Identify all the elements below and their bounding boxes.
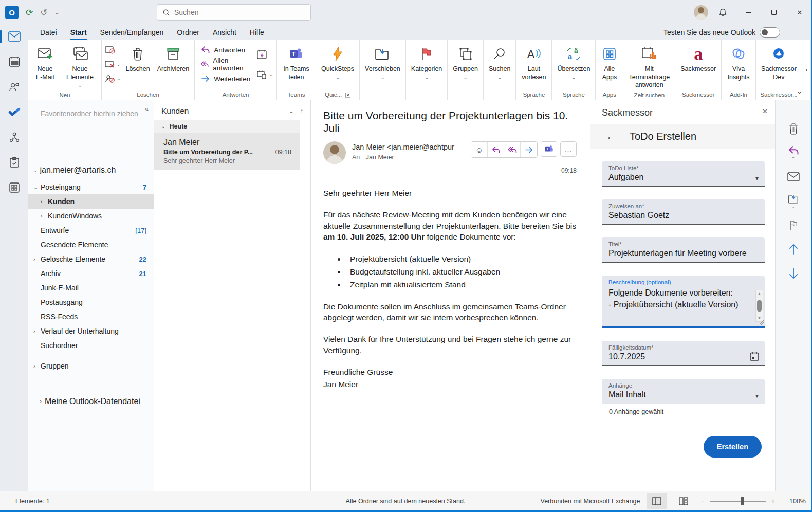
search-box[interactable]	[157, 4, 311, 21]
nav-mail-icon[interactable]	[6, 29, 23, 44]
folder-archiv[interactable]: Archiv21	[28, 266, 154, 281]
collapse-folder-pane-icon[interactable]: «	[145, 105, 149, 113]
assign-to-field[interactable]: Zuweisen an* Sebastian Goetz	[602, 199, 765, 225]
sender-avatar[interactable]	[323, 141, 346, 164]
folder-posteingang[interactable]: ⌄ Posteingang7	[28, 180, 154, 194]
email-from[interactable]: Jan Meier <jan.meier@achtpur	[352, 143, 454, 151]
textarea-resize-handle[interactable]	[759, 320, 764, 325]
title-field[interactable]: Titel* Projektunterlagen für Meeting vor…	[602, 237, 765, 263]
panel-close-icon[interactable]: ✕	[762, 107, 768, 115]
reply-action-button[interactable]	[488, 142, 504, 157]
search-input[interactable]	[174, 8, 292, 16]
folder-rss[interactable]: RSS-Feeds	[28, 309, 154, 324]
forward-action-button[interactable]	[521, 142, 537, 157]
share-to-teams-button[interactable]: T In Teams teilen	[279, 42, 313, 82]
reply-all-action-button[interactable]	[504, 142, 521, 157]
strip-reply-button[interactable]: ⌄	[788, 143, 799, 162]
ribbon-overflow-button[interactable]: ›	[802, 40, 811, 100]
reactions-button[interactable]: ☺	[471, 142, 488, 157]
read-aloud-button[interactable]: A Laut vorlesen	[518, 42, 549, 82]
strip-next-button[interactable]	[788, 264, 799, 283]
zoom-in-button[interactable]: +	[771, 498, 775, 505]
create-todo-button[interactable]: Erstellen	[704, 436, 762, 458]
dialog-launcher-icon[interactable]	[345, 92, 350, 98]
block-sender-button[interactable]: ⌄	[105, 73, 121, 84]
reply-all-button[interactable]: Allen antworten	[199, 58, 252, 70]
zoom-slider-thumb[interactable]	[741, 497, 744, 505]
reply-button[interactable]: Antworten	[199, 44, 252, 56]
attachments-select[interactable]: Anhänge Mail Inhalt ▾	[602, 379, 765, 404]
textarea-scrollbar[interactable]: ▲▼	[755, 290, 763, 322]
archive-button[interactable]: Archivieren	[154, 42, 193, 75]
ribbon-search-button[interactable]: Suchen⌄	[486, 42, 513, 82]
forward-button[interactable]: Weiterleiten	[199, 72, 252, 85]
menu-ansicht[interactable]: Ansicht	[207, 26, 242, 39]
junk-button[interactable]: ⌄	[105, 59, 121, 70]
undo-icon[interactable]: ↺	[40, 7, 47, 18]
nav-tasks-icon[interactable]	[6, 155, 23, 170]
strip-flag-button[interactable]	[788, 215, 799, 235]
sackmessor-button[interactable]: a Sackmessor	[677, 42, 719, 75]
strip-mark-read-button[interactable]	[787, 167, 800, 187]
folder-datendatei[interactable]: › Meine Outlook-Datendatei	[28, 397, 154, 406]
folder-geloeschte[interactable]: › Gelöschte Elemente22	[28, 252, 154, 266]
menu-senden-empfangen[interactable]: Senden/Empfangen	[95, 26, 170, 39]
strip-delete-button[interactable]	[788, 119, 799, 138]
due-date-field[interactable]: Fälligkeitsdatum* 10.7.2025	[602, 341, 765, 366]
folder-gesendete[interactable]: Gesendete Elemente	[28, 237, 154, 252]
sackmessor-dev-button[interactable]: Sackmessor Dev	[758, 42, 800, 82]
menu-start[interactable]: Start	[65, 26, 93, 39]
menu-ordner[interactable]: Ordner	[171, 26, 205, 39]
menu-hilfe[interactable]: Hilfe	[244, 26, 270, 39]
layout-view-button[interactable]	[674, 493, 693, 509]
move-button[interactable]: Verschieben⌄	[362, 42, 403, 82]
panel-back-icon[interactable]: ←	[606, 131, 616, 142]
meeting-poll-button[interactable]: Mit Terminabfrage antworten	[625, 42, 673, 90]
more-actions-button[interactable]: …	[560, 141, 577, 157]
list-sort-icon[interactable]: ↑	[300, 107, 303, 115]
nav-people-icon[interactable]	[6, 79, 23, 95]
notifications-bell-icon[interactable]	[711, 2, 734, 23]
translate-button[interactable]: aä Übersetzen⌄	[554, 42, 593, 82]
nav-org-icon[interactable]	[6, 130, 23, 145]
zoom-slider[interactable]	[710, 501, 766, 502]
description-textarea[interactable]: Beschreibung (optional) Folgende Dokumen…	[602, 276, 765, 328]
nav-todo-icon[interactable]	[6, 104, 23, 120]
user-avatar[interactable]	[694, 5, 708, 20]
folder-kunden[interactable]: › Kunden	[28, 194, 154, 209]
collapse-ribbon-icon[interactable]: ⌄	[796, 86, 803, 96]
folder-entwuerfe[interactable]: Entwürfe[17]	[28, 223, 154, 237]
all-apps-button[interactable]: Alle Apps	[598, 42, 621, 82]
folder-verlauf[interactable]: › Verlauf der Unterhaltung	[28, 324, 154, 338]
list-filter-chevron-icon[interactable]: ⌄	[289, 107, 294, 115]
groups-button[interactable]: Gruppen⌄	[450, 42, 481, 82]
zoom-out-button[interactable]: −	[700, 498, 704, 505]
todo-list-select[interactable]: ToDo Liste* Aufgaben ▾	[602, 161, 765, 187]
list-group-header[interactable]: ⌄ Heute	[154, 120, 300, 133]
folder-postausgang[interactable]: Postausgang	[28, 295, 154, 309]
quicksteps-button[interactable]: QuickSteps⌄	[318, 42, 357, 82]
folder-kundenwindows[interactable]: › KundenWindows	[28, 209, 154, 223]
share-to-teams-action-button[interactable]: T	[541, 141, 557, 157]
ignore-button[interactable]	[105, 44, 121, 56]
send-receive-icon[interactable]: ⟳	[26, 7, 33, 18]
delete-button[interactable]: Löschen	[122, 42, 153, 75]
nav-calendar-icon[interactable]	[6, 54, 23, 69]
message-list-item[interactable]: Jan Meier Bitte um Vorbereitung der P...…	[154, 133, 300, 170]
minimize-button[interactable]	[737, 2, 760, 23]
email-to[interactable]: Jan Meier	[366, 154, 394, 161]
reply-with-meeting-button[interactable]	[256, 49, 273, 60]
customize-toolbar-icon[interactable]: ⌄	[55, 9, 60, 16]
strip-move-button[interactable]: ⌄	[787, 191, 800, 211]
viva-insights-button[interactable]: Viva Insights	[724, 42, 753, 82]
account-row[interactable]: ⌄ jan.meier@artaris.ch	[28, 158, 154, 180]
reading-pane-view-button[interactable]	[647, 493, 667, 509]
more-respond-button[interactable]: ⌄	[256, 69, 273, 80]
nav-more-apps-icon[interactable]	[6, 180, 23, 195]
new-email-button[interactable]: Neue E-Mail	[30, 42, 60, 82]
categories-button[interactable]: Kategorien⌄	[408, 42, 445, 82]
folder-junk[interactable]: Junk-E-Mail	[28, 281, 154, 295]
folder-suchordner[interactable]: Suchordner	[28, 338, 154, 353]
close-button[interactable]: ✕	[788, 2, 811, 23]
folder-gruppen[interactable]: › Gruppen	[28, 359, 154, 373]
